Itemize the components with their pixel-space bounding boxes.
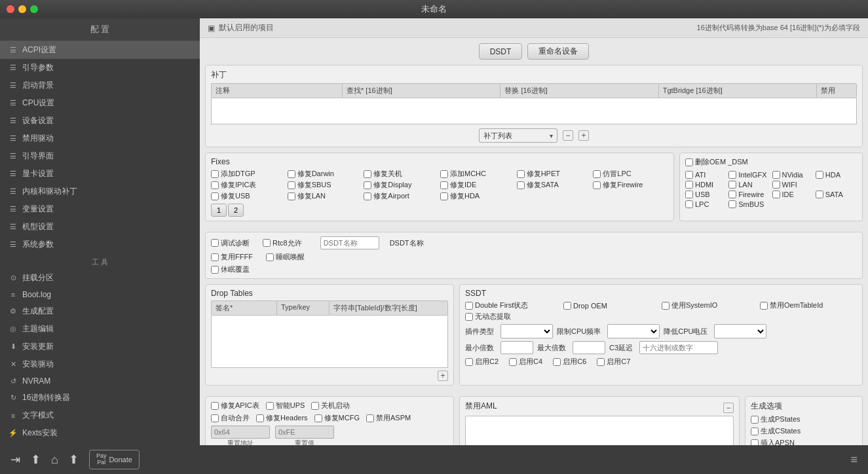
gen-cstates[interactable]: 生成CStates	[751, 426, 854, 436]
donate-button[interactable]: PayPal Donate	[89, 450, 140, 469]
sidebar-item-smbios[interactable]: ☰ 机型设置	[0, 218, 200, 236]
smart-ups-check[interactable]: 智能UPS	[266, 401, 305, 410]
sidebar-item-acpi[interactable]: ☰ ACPI设置	[0, 41, 200, 59]
fix-shutdown[interactable]: 修复关机	[364, 169, 436, 179]
rename-device-button[interactable]: 重命名设备	[527, 43, 589, 60]
fix-mcfg-check[interactable]: 修复MCFG	[314, 413, 360, 423]
sidebar-item-disabled-drivers[interactable]: ☰ 禁用驱动	[0, 130, 200, 147]
reset-val-input[interactable]	[275, 426, 334, 439]
delete-oem-dsm[interactable]: 删除OEM _DSM	[685, 157, 854, 167]
fix-hda[interactable]: 修复HDA	[440, 191, 513, 201]
sidebar-item-boot-params[interactable]: ☰ 引导参数	[0, 59, 200, 77]
ssdt-no-dynamic[interactable]: 无动态提取	[465, 312, 559, 321]
fix-sbus[interactable]: 修复SBUS	[288, 180, 360, 190]
reduce-voltage-select[interactable]	[714, 324, 766, 338]
oem-hdmi[interactable]: HDMI	[685, 181, 724, 189]
sidebar-item-graphics[interactable]: ☰ 显卡设置	[0, 165, 200, 183]
fix-apic-check[interactable]: 修复APIC表	[211, 401, 259, 410]
sidebar-item-cpu[interactable]: ☰ CPU设置	[0, 94, 200, 112]
limit-cpu-select[interactable]	[607, 324, 660, 338]
export-button[interactable]: ⬆	[31, 452, 41, 467]
enable-c2[interactable]: 启用C2	[465, 357, 499, 367]
sidebar-item-hex-converter[interactable]: ↻ 16进制转换器	[0, 389, 200, 407]
insert-apsn[interactable]: 插入APSN	[751, 438, 854, 445]
ban-aml-list[interactable]	[465, 416, 734, 445]
sidebar-item-clover-clone[interactable]: ☐ Clover 克隆器	[0, 442, 200, 445]
oem-wifi[interactable]: WIFI	[772, 181, 811, 189]
reset-addr-input[interactable]	[211, 426, 270, 439]
max-mult-input[interactable]	[573, 341, 605, 354]
sidebar-item-kernel-patches[interactable]: ☰ 内核和驱动补丁	[0, 183, 200, 200]
plugin-type-select[interactable]	[500, 324, 553, 338]
minimize-button[interactable]	[18, 5, 26, 13]
oem-lpc[interactable]: LPC	[685, 200, 724, 208]
fix-lan[interactable]: 修复LAN	[288, 191, 360, 201]
sidebar-item-gui[interactable]: ☰ 引导界面	[0, 147, 200, 165]
c3-delay-input[interactable]	[639, 341, 718, 354]
fix-headers-check[interactable]: 修复Headers	[256, 413, 308, 423]
dsdt-button[interactable]: DSDT	[479, 43, 523, 60]
enable-c4[interactable]: 启用C4	[509, 357, 542, 367]
close-button[interactable]	[7, 5, 14, 13]
debug-diag-check[interactable]: 调试诊断	[211, 238, 250, 248]
oem-firewire[interactable]: Firewire	[728, 191, 767, 198]
sidebar-item-theme-editor[interactable]: ◎ 主题编辑	[0, 320, 200, 338]
oem-intelgfx[interactable]: IntelGFX	[728, 171, 767, 179]
fix-darwin[interactable]: 修复Darwin	[288, 169, 360, 179]
drop-plus-button[interactable]: +	[438, 371, 448, 381]
fix-ide[interactable]: 修复IDE	[440, 180, 513, 190]
page-2-button[interactable]: 2	[228, 204, 244, 217]
shutdown-start-check[interactable]: 关机启动	[311, 401, 350, 410]
ssdt-use-systemio[interactable]: 使用SystemIO	[662, 301, 756, 310]
oem-sata[interactable]: SATA	[816, 191, 854, 198]
oem-nvidia[interactable]: NVidia	[772, 171, 811, 179]
fix-sata[interactable]: 修复SATA	[517, 180, 590, 190]
fix-add-mchc[interactable]: 添加MCHC	[440, 169, 513, 179]
patch-plus-button[interactable]: +	[578, 130, 589, 141]
dsdt-name-input[interactable]	[320, 236, 379, 249]
ssdt-disable-oemtableid[interactable]: 禁用OemTableId	[760, 301, 854, 310]
sidebar-item-variables[interactable]: ☰ 变量设置	[0, 200, 200, 218]
fix-hpet[interactable]: 修复HPET	[517, 169, 590, 179]
sidebar-item-nvram[interactable]: ↺ NVRAM	[0, 373, 200, 389]
sidebar-item-install-driver[interactable]: ✕ 安装驱动	[0, 356, 200, 373]
patch-minus-button[interactable]: −	[563, 130, 573, 141]
sidebar-item-boot-bg[interactable]: ☰ 启动背景	[0, 77, 200, 94]
ssdt-drop-oem[interactable]: Drop OEM	[563, 301, 658, 310]
import-button[interactable]: ⇥	[10, 452, 20, 467]
oem-lan[interactable]: LAN	[728, 181, 767, 189]
sidebar-item-text-mode[interactable]: ≡ 文字模式	[0, 407, 200, 424]
collapse-button[interactable]: ▣	[208, 24, 215, 33]
sleep-wake-check[interactable]: 睡眠唤醒	[266, 252, 305, 262]
fix-airport[interactable]: 修复Airport	[364, 191, 436, 201]
ban-aml-minus[interactable]: −	[723, 403, 734, 413]
rtc8-check[interactable]: Rtc8允许	[263, 238, 302, 248]
patch-list-dropdown[interactable]: 补丁列表 ▾	[479, 128, 557, 143]
sidebar-item-devices[interactable]: ☰ 设备设置	[0, 112, 200, 130]
oem-ati[interactable]: ATI	[685, 171, 724, 179]
ssdt-double-first[interactable]: Double First状态	[465, 301, 559, 310]
sidebar-item-mount[interactable]: ⊙ 挂载分区	[0, 269, 200, 287]
fix-usb[interactable]: 修复USB	[211, 191, 284, 201]
fix-add-dtgp[interactable]: 添加DTGP	[211, 169, 284, 179]
fix-ipic[interactable]: 修复IPIC表	[211, 180, 284, 190]
sidebar-item-kexts[interactable]: ⚡ Kexts安装	[0, 424, 200, 442]
sidebar-item-gen-config[interactable]: ⚙ 生成配置	[0, 302, 200, 320]
menu-button[interactable]: ≡	[850, 453, 858, 467]
oem-smbus[interactable]: SmBUS	[728, 200, 767, 208]
oem-hda[interactable]: HDA	[816, 171, 854, 179]
auto-merge-check[interactable]: 自动合并	[211, 413, 250, 423]
sidebar-item-system-params[interactable]: ☰ 系统参数	[0, 236, 200, 253]
oem-ide[interactable]: IDE	[772, 191, 811, 198]
enable-c6[interactable]: 启用C6	[553, 357, 586, 367]
copy-ffff-check[interactable]: 复用FFFF	[211, 252, 253, 262]
sidebar-item-update[interactable]: ⬇ 安装更新	[0, 338, 200, 356]
sleep-cover-check[interactable]: 休眠覆盖	[211, 264, 854, 274]
fix-fake-lpc[interactable]: 仿冒LPC	[593, 169, 666, 179]
sidebar-item-bootlog[interactable]: ≡ Boot.log	[0, 287, 200, 302]
home-button[interactable]: ⌂	[51, 453, 58, 467]
ban-aspm-check[interactable]: 禁用ASPM	[366, 413, 411, 423]
maximize-button[interactable]	[30, 5, 38, 13]
share-button[interactable]: ⬆	[69, 452, 79, 467]
gen-pstates[interactable]: 生成PStates	[751, 414, 854, 424]
